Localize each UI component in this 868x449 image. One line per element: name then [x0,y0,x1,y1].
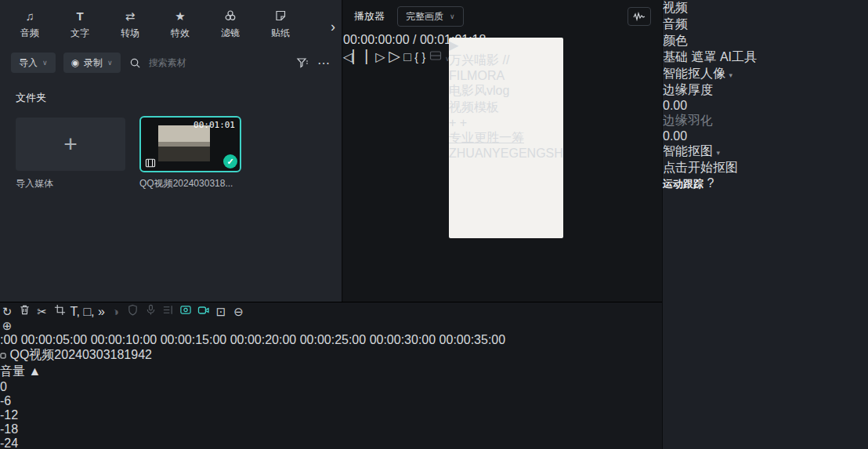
screen-record-icon[interactable] [197,305,214,318]
preview-canvas[interactable]: ▶ 万兴喵影 // FILMORA 电影风vlog 视频模板 + + 专业更胜一… [449,38,563,238]
media-tab-stickers[interactable]: 贴纸 [255,9,306,40]
play-button[interactable]: ▷ [389,48,400,64]
media-tab-transition[interactable]: ⇄ 转场 [105,9,155,40]
meter-number: -18 [0,422,18,436]
cross-mark: + [460,116,467,129]
stop-button[interactable]: □ [403,50,411,63]
media-tab-label: 贴纸 [271,27,290,40]
subtab-ai-tools[interactable]: AI工具 [720,50,757,63]
volume-meter-panel: 音量 ▲ 0 -6 -12 -18 -24 -30 -36 -42 -48 -5… [0,364,662,449]
preview-title-line1: 电影风vlog [449,83,563,100]
time-separator: / [413,33,416,46]
timeline-ruler[interactable]: :00 00:00:05:00 00:00:10:00 00:00:15:00 … [0,333,662,347]
tab-video[interactable]: 视频 [663,0,868,16]
preview-window-icon[interactable]: ⊡ [214,305,228,318]
filmstrip-icon [145,158,156,168]
tab-audio[interactable]: 音频 [663,16,868,33]
chevron-down-icon: ∨ [450,13,455,20]
chevron-right-icon[interactable]: › [331,19,335,35]
quality-selector[interactable]: 完整画质 ∨ [397,6,464,27]
text-icon: T [73,9,87,23]
ruler-tick-label: :00 [0,333,17,346]
ruler-tick-label: 00:00:30:00 [370,333,436,346]
tab-label: 颜色 [663,34,688,47]
media-controls-row: 导入 ∨ ◉ 录制 ∨ ⋯ [0,49,342,77]
motion-tracking-label: 运动跟踪 [663,178,703,190]
media-tab-text[interactable]: T 文字 [55,9,105,40]
cutout-hint-text: 点击开始抠图 [663,160,868,176]
properties-panel: 视频 音频 颜色 基础 遮罩 AI工具 智能抠人像 ▾ 边缘厚度 0.00 边缘… [662,0,868,449]
media-tab-filters[interactable]: 滤镜 [205,9,255,40]
record-label: 录制 [84,56,103,70]
chevron-down-icon[interactable]: ▾ [729,71,732,79]
render-preview-icon[interactable]: ◑ [108,305,122,318]
volume-label: 音量 [0,364,25,378]
help-icon[interactable]: ? [707,176,714,190]
split-scissors-icon[interactable]: ✂ [35,305,49,318]
chevron-down-icon: ∨ [42,59,48,67]
edge-feather-value[interactable]: 0.00 [663,129,868,143]
redo-icon[interactable]: ↻ [0,305,14,318]
tab-label: 音频 [663,17,688,31]
waveform-monitor-button[interactable] [627,7,651,26]
zoom-out-icon[interactable]: ⊖ [232,305,246,318]
meter-number: 0 [0,380,7,393]
next-frame-button[interactable]: ▏▷ [366,50,385,63]
trash-icon[interactable] [17,305,34,318]
mark-out-button[interactable]: } [421,51,425,63]
record-button[interactable]: ◉ 录制 ∨ [63,53,121,73]
subtab-basic[interactable]: 基础 [663,50,688,63]
media-tab-label: 转场 [121,27,139,40]
quality-value: 完整画质 [406,10,443,24]
media-tab-label: 文字 [71,27,89,40]
filter-funnel-icon[interactable] [295,56,309,70]
sticker-icon [273,9,288,23]
media-tab-effects[interactable]: ★ 特效 [155,9,205,40]
filter-circles-icon [223,9,237,23]
video-editor-app: ♫ 音频 T 文字 ⇄ 转场 ★ 特效 滤镜 [0,0,868,449]
clip-thumbnail [158,125,210,161]
more-tools-icon[interactable]: » [98,305,105,318]
smart-portrait-row: 智能抠人像 ▾ [663,66,868,82]
voiceover-mic-icon[interactable] [143,305,161,318]
ruler-tick-label: 00:00:15:00 [161,333,227,346]
cross-mark: + [449,116,456,129]
media-tab-label: 音频 [20,27,39,40]
edge-thickness-value[interactable]: 0.00 [663,99,868,113]
ruler-tick-label: 00:00:20:00 [230,333,297,346]
marker-icon[interactable] [161,305,179,318]
render-quality-button[interactable] [429,50,445,63]
subtab-mask[interactable]: 遮罩 [691,50,716,63]
previous-frame-button[interactable]: ◁▏ [343,50,363,63]
properties-tabs: 视频 音频 颜色 [663,0,868,49]
volume-meter-scale: 0 -6 -12 -18 -24 -30 -36 -42 -48 -54 [0,380,662,449]
pip-frame-icon[interactable]: □, [83,305,94,318]
media-tab-audio[interactable]: ♫ 音频 [5,9,55,40]
media-category-toolbar: ♫ 音频 T 文字 ⇄ 转场 ★ 特效 滤镜 [0,0,342,49]
preview-slogan: 专业更胜一筹 [449,130,563,147]
current-time: 00:00:00:00 [343,33,410,46]
volume-collapse-button[interactable]: 音量 ▲ [0,364,662,380]
tab-color[interactable]: 颜色 [663,33,868,49]
ruler-tick-label: 00:00:25:00 [300,333,367,346]
search-input[interactable] [149,57,243,68]
media-clip-tile[interactable]: 00:01:01 ✓ [139,116,241,172]
crop-icon[interactable] [52,305,70,318]
clip-name-text: QQ视频20240303181942 [9,348,151,361]
chroma-key-icon[interactable] [179,305,196,318]
zoom-in-icon[interactable]: ⊕ [0,319,14,332]
edge-feather-label: 边缘羽化 [663,114,713,127]
chevron-down-icon[interactable]: ▾ [716,149,720,157]
text-tool-icon[interactable]: T, [71,305,80,318]
timeline-clip[interactable]: QQ视频20240303181942 [0,347,662,364]
import-media-tile[interactable]: + [16,118,125,171]
import-media-label: 导入媒体 [16,177,53,190]
ruler-tick-label: 00:00:05:00 [21,333,88,346]
player-title: 播放器 [354,9,385,24]
shield-icon[interactable] [126,305,143,318]
more-options-icon[interactable]: ⋯ [317,56,331,71]
clip-name-overlay: QQ视频20240303181942 [0,347,662,364]
import-button[interactable]: 导入 ∨ [11,53,56,73]
mark-in-button[interactable]: { [414,51,418,63]
player-header: 播放器 完整画质 ∨ [343,0,662,33]
